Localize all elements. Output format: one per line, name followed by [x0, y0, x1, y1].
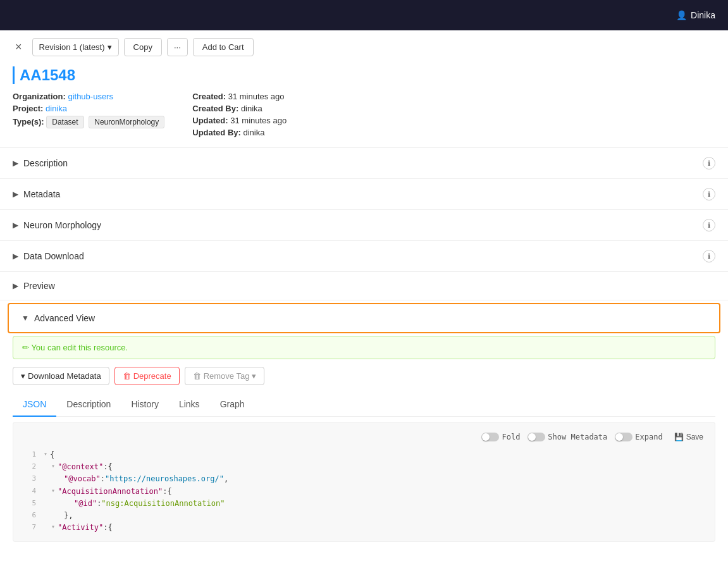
created-label: Created:: [192, 92, 226, 101]
tab-history[interactable]: History: [121, 393, 169, 417]
json-line-6: 6 },: [21, 510, 707, 522]
section-metadata[interactable]: ▶ Metadata ℹ: [0, 179, 728, 210]
expand-label: Expand: [635, 433, 662, 441]
type-badge-dataset: Dataset: [46, 116, 83, 128]
user-name: Dinika: [691, 10, 715, 20]
section-data-download-left: ▶ Data Download: [13, 251, 84, 261]
project-label: Project:: [13, 104, 43, 113]
deprecate-button[interactable]: 🗑 Deprecate: [114, 367, 180, 385]
revision-label: Revision 1 (latest): [39, 42, 105, 52]
section-description-left: ▶ Description: [13, 158, 68, 168]
main-container: × Revision 1 (latest) ▾ Copy ··· Add to …: [0, 30, 728, 585]
json-line-3: 3 "@vocab" : "https://neuroshapes.org/" …: [21, 473, 707, 485]
remove-tag-chevron-icon: ▾: [252, 371, 256, 381]
top-navigation: 👤 Dinika: [0, 0, 728, 30]
section-list: ▶ Description ℹ ▶ Metadata ℹ ▶ Neuron Mo…: [0, 147, 728, 333]
save-icon: 💾: [674, 433, 684, 441]
resource-title: AA1548: [13, 66, 715, 84]
download-metadata-label: Download Metadata: [28, 371, 101, 381]
tab-json[interactable]: JSON: [13, 393, 56, 417]
json-line-7: 7 ▾ "Activity" : {: [21, 522, 707, 534]
user-menu[interactable]: 👤 Dinika: [676, 10, 715, 20]
chevron-right-icon: ▶: [13, 190, 18, 199]
section-metadata-label: Metadata: [23, 189, 60, 199]
json-line-5: 5 "@id" : "nsg:AcquisitionAnnotation": [21, 498, 707, 510]
json-line-4: 4 ▾ "AcquisitionAnnotation" : {: [21, 486, 707, 498]
download-metadata-button[interactable]: ▾ Download Metadata: [13, 367, 109, 385]
section-neuron-morphology-label: Neuron Morphology: [23, 220, 101, 230]
chevron-right-icon: ▶: [13, 159, 18, 168]
remove-tag-button[interactable]: 🗑 Remove Tag ▾: [185, 367, 265, 385]
updated-row: Updated: 31 minutes ago: [192, 116, 287, 125]
organization-value[interactable]: github-users: [68, 92, 113, 101]
toolbar: × Revision 1 (latest) ▾ Copy ··· Add to …: [0, 30, 728, 56]
fold-toggle[interactable]: Fold: [481, 433, 520, 441]
fold-label: Fold: [502, 433, 520, 441]
meta-right-column: Created: 31 minutes ago Created By: dini…: [192, 92, 287, 137]
tab-links[interactable]: Links: [169, 393, 210, 417]
more-options-button[interactable]: ···: [167, 38, 188, 56]
resource-metadata: Organization: github-users Project: dini…: [13, 92, 715, 137]
section-neuron-morphology[interactable]: ▶ Neuron Morphology ℹ: [0, 210, 728, 241]
organization-row: Organization: github-users: [13, 92, 167, 101]
section-preview-left: ▶ Preview: [13, 281, 55, 291]
info-icon-data-download[interactable]: ℹ: [703, 250, 715, 262]
section-advanced-view-label: Advanced View: [34, 313, 95, 323]
save-button[interactable]: 💾 Save: [670, 430, 707, 444]
chevron-right-icon: ▶: [13, 281, 18, 290]
show-metadata-toggle-track: [527, 433, 545, 441]
updated-by-label: Updated By:: [192, 128, 241, 137]
project-value[interactable]: dinika: [46, 104, 67, 113]
created-by-label: Created By:: [192, 104, 238, 113]
trash-icon: 🗑: [123, 371, 131, 381]
tabs: JSON Description History Links Graph: [13, 393, 715, 417]
organization-label: Organization:: [13, 92, 66, 101]
section-data-download-label: Data Download: [23, 251, 84, 261]
json-line-1: 1 ▾ {: [21, 449, 707, 461]
json-line-2: 2 ▾ "@context" : {: [21, 461, 707, 473]
updated-value: 31 minutes ago: [230, 116, 287, 125]
created-by-value: dinika: [241, 104, 262, 113]
chevron-down-icon: ▼: [22, 314, 29, 323]
fold-toggle-track: [481, 433, 499, 441]
updated-by-row: Updated By: dinika: [192, 128, 287, 137]
show-metadata-toggle[interactable]: Show Metadata: [527, 433, 607, 441]
edit-notice: ✏ You can edit this resource.: [13, 336, 715, 359]
chevron-right-icon: ▶: [13, 221, 18, 230]
copy-button[interactable]: Copy: [124, 38, 162, 56]
tab-graph[interactable]: Graph: [210, 393, 255, 417]
updated-by-value: dinika: [243, 128, 264, 137]
section-neuron-morphology-left: ▶ Neuron Morphology: [13, 220, 101, 230]
updated-label: Updated:: [192, 116, 228, 125]
json-toolbar: Fold Show Metadata Expand 💾 Save: [21, 430, 707, 444]
project-row: Project: dinika: [13, 104, 167, 113]
remove-tag-label: Remove Tag: [204, 371, 250, 381]
created-row: Created: 31 minutes ago: [192, 92, 287, 101]
json-viewer: Fold Show Metadata Expand 💾 Save 1 ▾: [13, 422, 715, 542]
close-button[interactable]: ×: [13, 38, 25, 56]
types-label: Type(s):: [13, 117, 44, 126]
types-row: Type(s): Dataset NeuronMorphology: [13, 116, 167, 128]
created-by-row: Created By: dinika: [192, 104, 287, 113]
resource-header: AA1548 Organization: github-users Projec…: [0, 56, 728, 147]
advanced-view-content: ✏ You can edit this resource. ▾ Download…: [0, 336, 728, 542]
revision-chevron-icon: ▾: [108, 42, 112, 52]
meta-left-column: Organization: github-users Project: dini…: [13, 92, 167, 137]
tab-description[interactable]: Description: [56, 393, 121, 417]
section-data-download[interactable]: ▶ Data Download ℹ: [0, 241, 728, 272]
section-preview[interactable]: ▶ Preview: [0, 272, 728, 300]
info-icon-description[interactable]: ℹ: [703, 157, 715, 169]
section-metadata-left: ▶ Metadata: [13, 189, 60, 199]
edit-notice-text: ✏ You can edit this resource.: [22, 343, 128, 352]
download-chevron-icon: ▾: [21, 371, 25, 381]
info-icon-metadata[interactable]: ℹ: [703, 188, 715, 200]
section-advanced-view-left: ▼ Advanced View: [22, 313, 95, 323]
created-value: 31 minutes ago: [228, 92, 285, 101]
section-description[interactable]: ▶ Description ℹ: [0, 148, 728, 179]
show-metadata-label: Show Metadata: [548, 433, 607, 441]
expand-toggle[interactable]: Expand: [615, 433, 662, 441]
add-to-cart-button[interactable]: Add to Cart: [193, 38, 254, 56]
revision-dropdown[interactable]: Revision 1 (latest) ▾: [32, 38, 119, 56]
section-advanced-view[interactable]: ▼ Advanced View: [9, 304, 719, 332]
info-icon-neuron-morphology[interactable]: ℹ: [703, 219, 715, 231]
